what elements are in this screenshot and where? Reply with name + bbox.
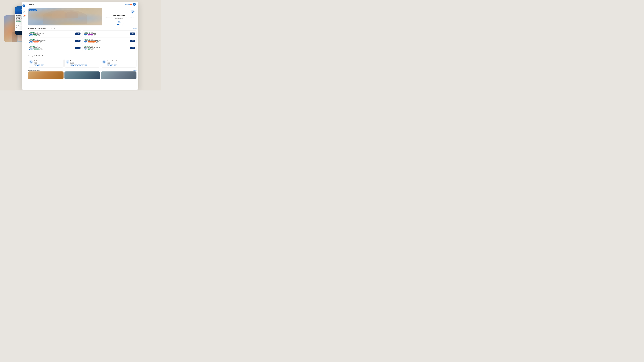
fund-tag: R3 [92, 48, 94, 50]
tag: HKD [34, 65, 37, 66]
fund-name: Global Responsible Equity Fund [30, 33, 75, 34]
dividends-grid [26, 71, 138, 79]
filter-5y[interactable]: 5y [54, 28, 56, 29]
tag: HKD [77, 65, 81, 66]
add-fund-button[interactable]: Add [130, 47, 135, 49]
fixed-income-icon [66, 60, 69, 64]
hero-banner: Income plus ESG investment [28, 8, 136, 25]
fund-tag: USD [30, 34, 33, 36]
fund-name: Global High Yield Fund [30, 47, 75, 48]
chat-badge: 1 [24, 15, 26, 16]
main-content: Browse View order 2 FL Income plus [26, 2, 138, 90]
preferred-icon [102, 60, 106, 64]
add-fund-button[interactable]: Add [130, 40, 135, 42]
order-count-badge: 2 [130, 3, 132, 5]
browser-window: P 🕐 💬 1 Browse View order 2 FL Income pl… [22, 2, 138, 90]
fund-tag: R1 [96, 41, 99, 43]
fixed-income-regions: 6 regions [70, 63, 88, 64]
fund-grid: +90.54% 1 year Global Responsible Equity… [28, 30, 136, 51]
preferred-title: Preferred Securities [107, 60, 118, 62]
nav-dot-2[interactable] [120, 24, 120, 25]
fund-name: Post Short Duration High Yield Fund [84, 47, 130, 48]
equity-title: Equity [34, 60, 44, 62]
filter-1y[interactable]: 1y [48, 28, 50, 29]
dividend-card-1[interactable] [28, 71, 64, 79]
tag: AUD [70, 65, 74, 66]
fund-row: +80.54% 1 year European Responsible Equi… [28, 37, 82, 44]
fund-tag: R2 [94, 34, 96, 36]
interested-title: You may also be interested [28, 55, 44, 56]
time-filters: 1y 3y 5y [48, 28, 56, 29]
fund-period: 1 year [36, 39, 38, 40]
preferred-regions: 6 regions [107, 63, 118, 64]
fund-name: European Responsible Equity Fund [30, 40, 75, 41]
fund-return: +50.54% [84, 38, 90, 40]
user-avatar[interactable]: FL [133, 3, 136, 6]
preferred-funds: 7 funds [107, 62, 118, 63]
tag: USD [84, 65, 88, 66]
fund-tag: Preferred Securities [88, 41, 96, 43]
tag: JPY [38, 65, 40, 66]
tag: USD [114, 65, 117, 66]
interested-grid: Equity 15 funds 6 regions HKD JPY USD [26, 59, 138, 68]
explore-section: Explore funds by performance 1y 3y 5y Vi… [26, 27, 138, 52]
fund-return: +60.54% [84, 31, 90, 33]
add-fund-button[interactable]: Add [75, 47, 80, 49]
equity-icon [30, 60, 33, 64]
nav-dot-3[interactable] [120, 24, 121, 25]
dividends-title: Dividends collection [28, 69, 40, 71]
hero-prev-button[interactable]: ‹ [114, 23, 116, 25]
nav-dot-1[interactable] [117, 24, 119, 25]
hero-navigation: ‹ › [104, 23, 134, 25]
explore-view-all[interactable]: View all [133, 28, 136, 29]
page-header: Browse View order 2 FL [26, 2, 138, 7]
sidebar-chat[interactable]: 💬 1 [23, 15, 25, 17]
add-fund-button[interactable]: Add [75, 32, 80, 35]
income-plus-badge: Income plus [29, 9, 37, 11]
hero-title: ESG investment [104, 15, 134, 16]
fund-return: +90.54% [30, 31, 35, 33]
interest-card-fixed-income[interactable]: Fixed Income 21 funds 6 regions AUD CNY … [64, 59, 100, 67]
add-fund-button[interactable]: Add [75, 40, 80, 42]
interest-card-equity[interactable]: Equity 15 funds 6 regions HKD JPY USD [28, 59, 64, 67]
svg-rect-3 [104, 61, 105, 62]
sidebar-history[interactable]: 🕐 [23, 11, 25, 13]
fund-period: 1 year [36, 46, 38, 47]
add-fund-button[interactable]: Add [130, 32, 135, 35]
tag: CNY [74, 65, 77, 66]
fund-tag: Fixed Income [33, 41, 39, 43]
tag: HKD [107, 65, 110, 66]
hero-next-button[interactable]: › [122, 23, 124, 25]
app-logo: P [22, 4, 25, 7]
dividends-view-all[interactable]: View all [133, 70, 136, 71]
sidebar: P 🕐 💬 1 [22, 2, 26, 90]
fund-name: Origin Global Emerging Markets Fund [84, 40, 130, 41]
fund-tag: Money Market [33, 48, 40, 50]
interest-card-preferred[interactable]: Preferred Securities 7 funds 6 regions H… [101, 59, 136, 67]
fixed-income-funds: 21 funds [70, 62, 88, 63]
fund-row: +50.54% 1 year Origin Global Emerging Ma… [82, 37, 136, 44]
dividends-header: Dividends collection View all [26, 68, 138, 71]
fund-return: +80.54% [30, 38, 35, 40]
tag: USD [41, 65, 44, 66]
dividend-card-3[interactable] [101, 71, 136, 79]
dividend-card-2[interactable] [64, 71, 100, 79]
fund-row: +40.54% 1 year Post Short Duration High … [82, 45, 136, 51]
fund-row: +90.54% 1 year Global Responsible Equity… [28, 30, 82, 37]
fund-tag: HKD [84, 41, 87, 43]
hero-info: ESG investment Principal Sustainable Asi… [102, 8, 136, 25]
filter-3y[interactable]: 3y [50, 28, 52, 29]
tag: JPY [110, 65, 113, 66]
hero-subtitle: Principal Sustainable Asian Income Fund … [104, 16, 134, 19]
equity-regions: 6 regions [34, 63, 44, 64]
fund-period: 1 year [90, 46, 93, 47]
fund-tag: HKD [84, 48, 87, 50]
fund-tag: Equity [88, 48, 91, 50]
svg-point-0 [132, 11, 134, 12]
hero-currency-tag: HKD [118, 21, 121, 22]
assets-title: Your assets [16, 15, 21, 16]
view-order-button[interactable]: View order 2 [124, 3, 132, 5]
interested-section: You may also be interested [26, 54, 138, 59]
fund-return: +70.54% [30, 45, 35, 47]
fund-tag: Equity [33, 34, 37, 36]
